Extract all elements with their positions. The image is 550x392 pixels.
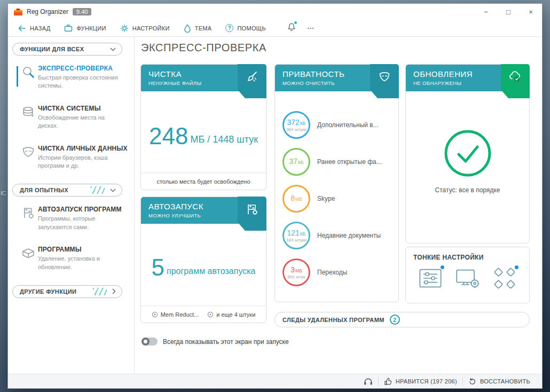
flag-gear-icon: [246, 203, 258, 216]
cleaning-card[interactable]: ЧИСТКА НЕНУЖНЫЕ ФАЙЛЫ 248 МБ / 1448 штук: [140, 64, 266, 190]
privacy-card[interactable]: ПРИВАТНОСТЬ МОЖНО ОЧИСТИТЬ 372КБ 364 шту…: [274, 64, 399, 302]
privacy-item-additional[interactable]: 372КБ 364 штуки Дополнительный в...: [275, 106, 398, 143]
back-button[interactable]: НАЗАД: [18, 24, 50, 33]
privacy-item-recent-documents[interactable]: 121КБ 183 штуки Недавние документы: [275, 217, 398, 254]
updates-card[interactable]: ОБНОВЛЕНИЯ НЕ ОБНАРУЖЕНЫ Статус: все в п: [405, 64, 530, 244]
chevron-down-icon: [110, 48, 116, 51]
version-badge: 9.40: [73, 8, 91, 15]
notification-dot: [441, 265, 444, 269]
privacy-item-label: Переходы: [317, 269, 347, 276]
cleaning-tab: [238, 64, 266, 98]
autorun-program-item: Mem Reduct...: [152, 311, 199, 318]
mask-icon: [21, 145, 35, 159]
desktop-icon-label: IC: [1, 191, 6, 197]
size-circle: 372КБ 364 штуки: [282, 111, 310, 139]
mask-icon: [378, 70, 391, 83]
privacy-item-label: Дополнительный в...: [317, 121, 379, 129]
gear-icon: [120, 24, 129, 33]
main-panel: ЭКСПРЕСС-ПРОВЕРКА ЧИСТКА НЕНУЖНЫЕ ФАЙЛЫ: [135, 37, 542, 374]
disk-stack-icon: [21, 105, 35, 119]
sidebar-item-express-check[interactable]: ЭКСПРЕСС-ПРОВЕРКА Быстрая проверка состо…: [8, 59, 134, 96]
statusbar: НРАВИТСЯ (197 206) ВОССТАНОВИТЬ: [8, 374, 542, 388]
updates-tab: [501, 64, 530, 98]
traces-bar[interactable]: СЛЕДЫ УДАЛЕННЫХ ПРОГРАММ 2: [274, 312, 530, 327]
chevron-right-icon: [112, 288, 116, 294]
titlebar: Reg Organizer 9.40 − □ ×: [8, 4, 542, 20]
headphones-icon: [364, 377, 373, 386]
autorun-card-header: АВТОЗАПУСК МОЖНО УЛУЧШИТЬ: [141, 197, 266, 224]
sliders-icon: [418, 266, 443, 290]
brush-icon: [246, 70, 258, 83]
size-circle: 8МБ: [282, 185, 310, 213]
privacy-item-jumplists[interactable]: 3МБ 500 штук Переходы: [275, 254, 398, 291]
active-indicator: [17, 66, 18, 87]
traces-count-badge: 2: [390, 315, 400, 325]
sidebar-section-other-functions[interactable]: ДРУГИЕ ФУНКЦИИ: [12, 285, 122, 298]
sidebar-section-functions-for-all[interactable]: ФУНКЦИИ ДЛЯ ВСЕХ: [12, 43, 122, 56]
size-circle: 121КБ 183 штуки: [282, 222, 310, 249]
fine-tuning-title: ТОНКИЕ НАСТРОЙКИ: [413, 254, 522, 261]
autorun-more-item: и еще 4 штуки: [207, 311, 255, 318]
privacy-item-recent-files[interactable]: 37КБ Ранее открытые фа...: [275, 143, 398, 180]
cleaning-result: 248 МБ / 1448 штук: [141, 124, 266, 148]
sidebar: ФУНКЦИИ ДЛЯ ВСЕХ ЭКСПРЕСС-ПРОВЕРКА Быстр…: [8, 37, 135, 374]
theme-button[interactable]: ТЕМА: [184, 24, 212, 33]
app-window: Reg Organizer 9.40 − □ × НАЗАД ФУНКЦИИ: [7, 3, 543, 389]
startup-toggle[interactable]: [142, 338, 158, 346]
sidebar-item-programs[interactable]: ПРОГРАММЫ Удаление, установка и обновлен…: [8, 240, 134, 277]
maximize-button[interactable]: □: [497, 4, 520, 20]
cloud-download-icon: [508, 70, 522, 83]
tweaks-sliders-button[interactable]: [415, 266, 445, 290]
autorun-card-footer: Mem Reduct... и еще 4 штуки: [141, 305, 266, 323]
tweaks-system-button[interactable]: [453, 266, 483, 290]
close-button[interactable]: ×: [520, 4, 542, 20]
help-button[interactable]: ? ПОМОЩЬ: [225, 24, 266, 32]
sidebar-item-system-cleanup[interactable]: ЧИСТКА СИСТЕМЫ Освобождение места на дис…: [8, 99, 134, 136]
updates-status: Статус: все в порядке: [406, 186, 529, 194]
fine-tuning-icons: [413, 261, 522, 290]
notification-dot: [294, 21, 297, 25]
thumbs-up-icon: [384, 378, 392, 386]
sidebar-item-autorun-programs[interactable]: АВТОЗАПУСК ПРОГРАММ Программы, которые з…: [8, 200, 134, 237]
stripes-decoration: [91, 186, 105, 194]
monitor-gear-icon: [455, 266, 481, 290]
autorun-result: 5 программ автозапуска: [141, 256, 266, 279]
startup-toggle-row: Всегда показывать этот экран при запуске: [142, 338, 289, 346]
content: ФУНКЦИИ ДЛЯ ВСЕХ ЭКСПРЕСС-ПРОВЕРКА Быстр…: [8, 37, 542, 374]
privacy-item-label: Недавние документы: [317, 232, 381, 239]
magnifier-icon: [21, 65, 35, 79]
privacy-item-skype[interactable]: 8МБ Skype: [275, 180, 398, 217]
minimize-button[interactable]: −: [475, 4, 497, 20]
privacy-list: 372КБ 364 штуки Дополнительный в... 37КБ…: [275, 91, 398, 291]
restore-button[interactable]: ВОССТАНОВИТЬ: [463, 378, 536, 386]
chevron-down-icon: [110, 189, 116, 192]
privacy-item-label: Skype: [317, 195, 335, 202]
restore-icon: [468, 378, 476, 386]
startup-toggle-label: Всегда показывать этот экран при запуске: [163, 338, 289, 346]
stripes-decoration: [93, 288, 107, 295]
app-title: Reg Organizer: [27, 8, 68, 15]
more-button[interactable]: •••: [308, 26, 315, 30]
page-title: ЭКСПРЕСС-ПРОВЕРКА: [141, 42, 266, 54]
droplet-icon: [184, 24, 191, 33]
sidebar-item-private-data-cleanup[interactable]: ЧИСТКА ЛИЧНЫХ ДАННЫХ Истории браузеров, …: [8, 139, 134, 176]
autorun-card[interactable]: АВТОЗАПУСК МОЖНО УЛУЧШИТЬ: [140, 197, 266, 323]
feedback-button[interactable]: [358, 377, 378, 386]
back-arrow-icon: [18, 24, 26, 33]
autorun-tab: [238, 197, 266, 231]
tweaks-apps-button[interactable]: [490, 266, 520, 290]
sidebar-section-advanced[interactable]: ДЛЯ ОПЫТНЫХ: [12, 184, 122, 197]
updates-card-header: ОБНОВЛЕНИЯ НЕ ОБНАРУЖЕНЫ: [406, 65, 529, 91]
fine-tuning-card[interactable]: ТОНКИЕ НАСТРОЙКИ: [405, 247, 530, 303]
settings-button[interactable]: НАСТРОЙКИ: [120, 24, 170, 33]
toggle-knob: [142, 338, 150, 346]
notifications-button[interactable]: [287, 22, 296, 34]
notification-dot: [515, 265, 518, 269]
functions-button[interactable]: ФУНКЦИИ: [64, 24, 106, 32]
like-button[interactable]: НРАВИТСЯ (197 206): [379, 378, 462, 386]
cleaning-card-header: ЧИСТКА НЕНУЖНЫЕ ФАЙЛЫ: [141, 65, 266, 91]
app-grid-icon: [492, 266, 517, 290]
status-check-icon: [443, 129, 492, 178]
privacy-item-label: Ранее открытые фа...: [317, 158, 382, 166]
box-icon: [21, 246, 35, 260]
